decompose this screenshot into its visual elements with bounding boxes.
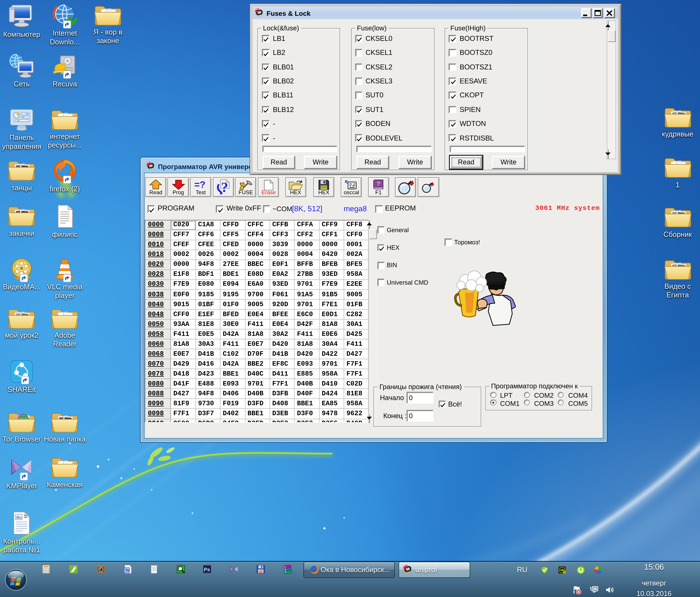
- svg-text:?: ?: [376, 181, 380, 187]
- svg-text:W: W: [125, 568, 130, 573]
- svg-text:?: ?: [221, 179, 228, 195]
- svg-text:!: !: [564, 571, 565, 574]
- svg-text:Ps: Ps: [204, 567, 210, 572]
- svg-text:=?: =?: [194, 179, 205, 189]
